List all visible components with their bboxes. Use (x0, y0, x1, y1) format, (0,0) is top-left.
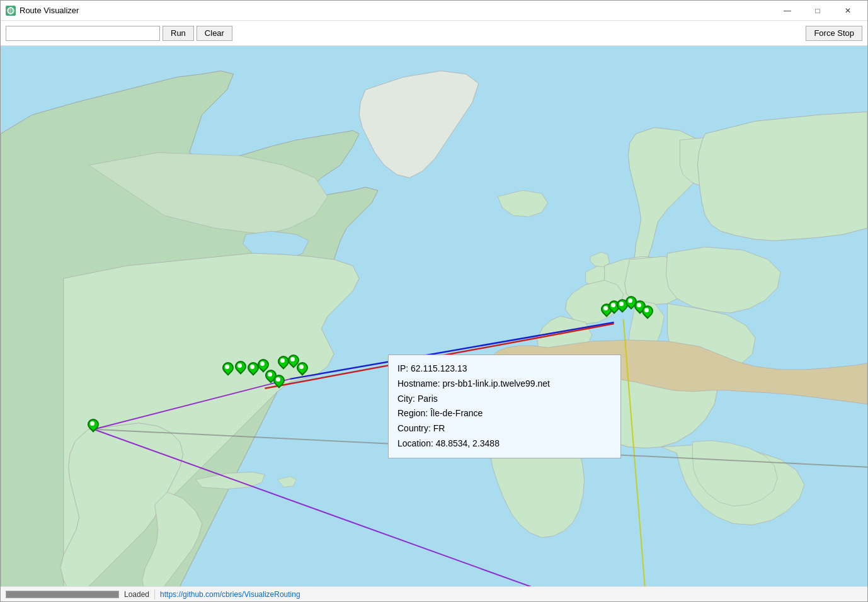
pin-us-7[interactable] (297, 362, 309, 380)
maximize-button[interactable]: □ (803, 2, 832, 20)
command-input[interactable] (6, 26, 160, 41)
toolbar: Run Clear Force Stop (1, 21, 867, 46)
pin-us-2[interactable] (235, 361, 248, 378)
title-bar-controls: — □ ✕ (773, 2, 862, 20)
status-loaded-text: Loaded (124, 590, 149, 599)
status-progress-fill (6, 591, 118, 598)
map-container: IP: 62.115.123.13 Hostname: prs-bb1-link… (1, 46, 867, 586)
pin-la[interactable] (88, 419, 100, 436)
force-stop-button[interactable]: Force Stop (806, 26, 862, 41)
status-link[interactable]: https://github.com/cbries/VisualizeRouti… (160, 590, 300, 599)
app-icon (6, 6, 16, 16)
title-bar: Route Visualizer — □ ✕ (1, 1, 867, 21)
run-button[interactable]: Run (163, 26, 194, 41)
window-title: Route Visualizer (20, 6, 79, 15)
status-progress-bar (6, 591, 119, 598)
main-window: Route Visualizer — □ ✕ Run Clear Force S… (0, 0, 868, 602)
status-divider (154, 589, 155, 599)
title-bar-left: Route Visualizer (6, 6, 79, 16)
status-bar: Loaded https://github.com/cbries/Visuali… (1, 586, 867, 601)
pin-eu-6[interactable] (642, 305, 654, 323)
pin-us-9[interactable] (273, 375, 286, 392)
pin-us-1[interactable] (222, 362, 235, 380)
clear-button[interactable]: Clear (197, 26, 232, 41)
minimize-button[interactable]: — (773, 2, 802, 20)
map-svg (1, 46, 867, 586)
close-button[interactable]: ✕ (833, 2, 862, 20)
